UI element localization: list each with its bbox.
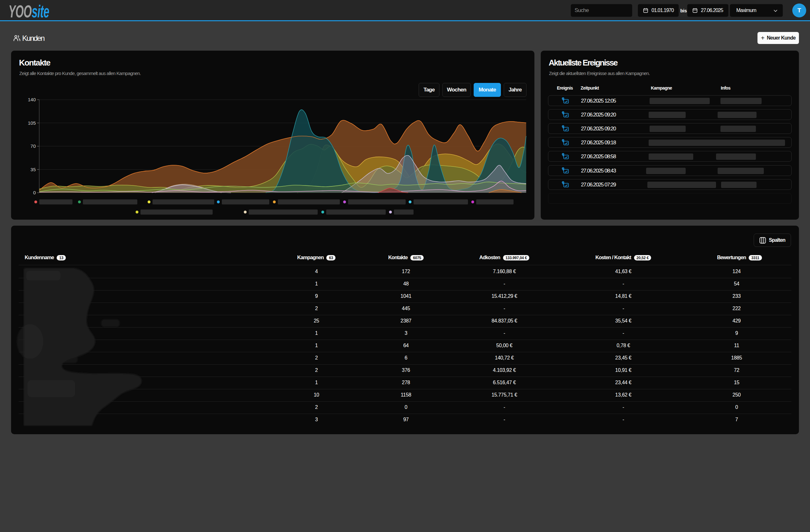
svg-text:105: 105 xyxy=(28,120,36,126)
svg-text:140: 140 xyxy=(28,97,36,102)
svg-text:35: 35 xyxy=(30,167,36,172)
svg-text:70: 70 xyxy=(30,143,36,149)
svg-text:0: 0 xyxy=(33,190,36,195)
